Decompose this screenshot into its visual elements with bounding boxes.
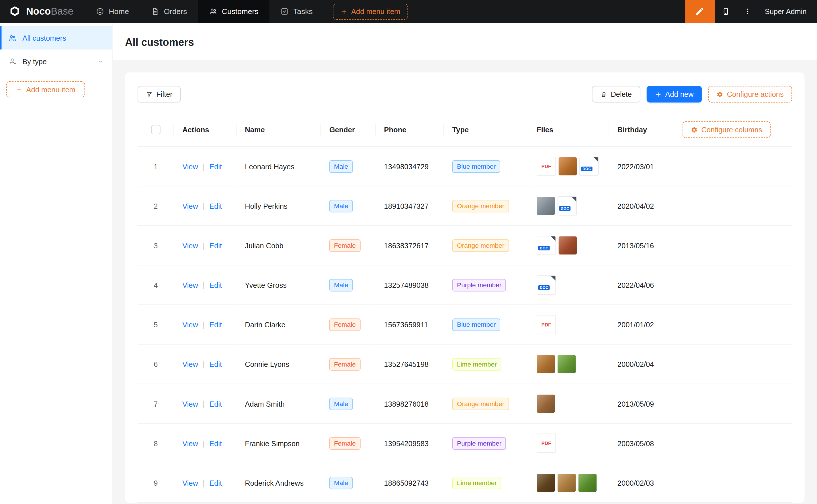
menu-item-tasks[interactable]: Tasks: [270, 0, 324, 23]
logo[interactable]: NocoBase: [0, 5, 85, 18]
view-link[interactable]: View: [182, 360, 198, 368]
file-thumbnail-doc[interactable]: DOC: [579, 157, 598, 176]
view-link[interactable]: View: [182, 241, 198, 250]
logo-text-light: Base: [51, 6, 73, 17]
sidebar-item-all-customers[interactable]: All customers: [0, 26, 112, 50]
gender-tag: Male: [329, 477, 353, 489]
configure-columns-button[interactable]: Configure columns: [683, 121, 771, 138]
type-tag: Blue member: [452, 318, 500, 331]
nocobase-logo-icon: [8, 5, 21, 18]
edit-link[interactable]: Edit: [209, 241, 222, 250]
file-thumbnail-image[interactable]: [578, 474, 597, 492]
column-header-gender[interactable]: Gender: [321, 113, 376, 147]
main: All customers Filter Delete: [113, 23, 817, 504]
file-thumbnail-image[interactable]: [537, 395, 555, 413]
edit-link[interactable]: Edit: [209, 439, 222, 448]
gender-tag: Male: [329, 160, 353, 173]
trash-icon: [600, 91, 607, 98]
customer-birthday: 2001/01/02: [618, 320, 654, 329]
edit-link[interactable]: Edit: [209, 360, 222, 368]
table-row: 9View|EditRoderick AndrewsMale1886509274…: [137, 463, 792, 503]
file-thumbnail-image[interactable]: [537, 474, 555, 492]
column-header-birthday[interactable]: Birthday: [609, 113, 674, 147]
menu-item-orders[interactable]: Orders: [140, 0, 198, 23]
filter-button[interactable]: Filter: [137, 86, 181, 103]
table-row: 1View|EditLeonard HayesMale13498034729Bl…: [137, 147, 792, 186]
gender-tag: Female: [329, 239, 360, 252]
sidebar-add-menu-item-button[interactable]: Add menu item: [6, 81, 85, 97]
file-thumbnail-image[interactable]: [557, 355, 576, 373]
menu-item-home[interactable]: Home: [85, 0, 140, 23]
file-thumbnail-pdf[interactable]: PDF: [537, 434, 556, 453]
row-index: 4: [154, 281, 158, 289]
edit-link[interactable]: Edit: [209, 162, 222, 171]
add-new-button[interactable]: Add new: [647, 86, 702, 103]
toolbar-right: Delete Add new Configure actions: [592, 86, 792, 103]
view-link[interactable]: View: [182, 281, 198, 289]
customer-name: Leonard Hayes: [245, 162, 294, 171]
column-header-phone[interactable]: Phone: [376, 113, 444, 147]
file-thumbnail-image[interactable]: [557, 474, 576, 492]
view-link[interactable]: View: [182, 320, 198, 329]
view-link[interactable]: View: [182, 400, 198, 408]
more-options-button[interactable]: [737, 0, 759, 23]
action-separator: |: [203, 360, 205, 368]
gender-tag: Male: [329, 200, 353, 212]
table-row: 8View|EditFrankie SimpsonFemale139542095…: [137, 424, 792, 463]
table-row: 6View|EditConnie LyonsFemale13527645198L…: [137, 344, 792, 384]
gear-icon: [691, 126, 698, 133]
action-separator: |: [203, 202, 205, 210]
customer-phone: 13498034729: [384, 162, 429, 171]
file-thumbnail-pdf[interactable]: PDF: [537, 157, 556, 176]
file-thumbnail-image[interactable]: [558, 237, 577, 255]
table-row: 5View|EditDarin ClarkeFemale15673659911B…: [137, 305, 792, 344]
user-menu[interactable]: Super Admin: [759, 7, 817, 15]
file-thumbnail-doc[interactable]: DOC: [557, 196, 577, 216]
column-header-name[interactable]: Name: [237, 113, 321, 147]
delete-button[interactable]: Delete: [592, 86, 640, 103]
shell: All customersBy type Add menu item All c…: [0, 23, 817, 504]
file-thumbnail-pdf[interactable]: PDF: [537, 315, 556, 334]
file-thumbnail-image[interactable]: [537, 355, 555, 373]
menu-item-customers[interactable]: Customers: [198, 0, 269, 23]
ui-editor-button[interactable]: [685, 0, 715, 23]
view-link[interactable]: View: [182, 439, 198, 448]
column-header-type[interactable]: Type: [444, 113, 528, 147]
header-add-menu-item-button[interactable]: Add menu item: [333, 3, 408, 19]
action-separator: |: [203, 320, 205, 329]
file-thumbnail-image[interactable]: [558, 157, 577, 176]
select-all-checkbox[interactable]: [151, 125, 160, 135]
gender-tag: Female: [329, 358, 360, 371]
customer-birthday: 2022/04/06: [618, 281, 654, 289]
row-index: 7: [154, 400, 158, 408]
view-link[interactable]: View: [182, 479, 198, 487]
gender-tag: Male: [329, 397, 353, 410]
edit-link[interactable]: Edit: [209, 202, 222, 210]
table-row: 4View|EditYvette GrossMale13257489038Pur…: [137, 265, 792, 305]
edit-link[interactable]: Edit: [209, 281, 222, 289]
file-thumbnail-image[interactable]: [537, 197, 555, 215]
file-thumbnail-doc[interactable]: DOC: [537, 236, 556, 255]
action-separator: |: [203, 162, 205, 171]
table-row: 2View|EditHolly PerkinsMale18910347327Or…: [137, 186, 792, 226]
edit-link[interactable]: Edit: [209, 400, 222, 408]
edit-link[interactable]: Edit: [209, 320, 222, 329]
customer-name: Roderick Andrews: [245, 479, 304, 487]
filter-funnel-icon: [146, 91, 153, 98]
edit-link[interactable]: Edit: [209, 479, 222, 487]
sidebar-item-by-type[interactable]: By type: [0, 50, 112, 73]
files-cell: PDFDOC: [537, 157, 601, 176]
column-header-files[interactable]: Files: [528, 113, 609, 147]
column-header-actions[interactable]: Actions: [174, 113, 237, 147]
mobile-icon: [722, 7, 730, 15]
mobile-preview-button[interactable]: [715, 0, 737, 23]
file-icon: [151, 7, 159, 15]
files-cell: [537, 355, 601, 373]
customer-phone: 13257489038: [384, 281, 429, 289]
view-link[interactable]: View: [182, 162, 198, 171]
customer-name: Darin Clarke: [245, 320, 285, 329]
action-separator: |: [203, 479, 205, 487]
configure-actions-button[interactable]: Configure actions: [708, 86, 792, 103]
file-thumbnail-doc[interactable]: DOC: [537, 275, 556, 295]
view-link[interactable]: View: [182, 202, 198, 210]
